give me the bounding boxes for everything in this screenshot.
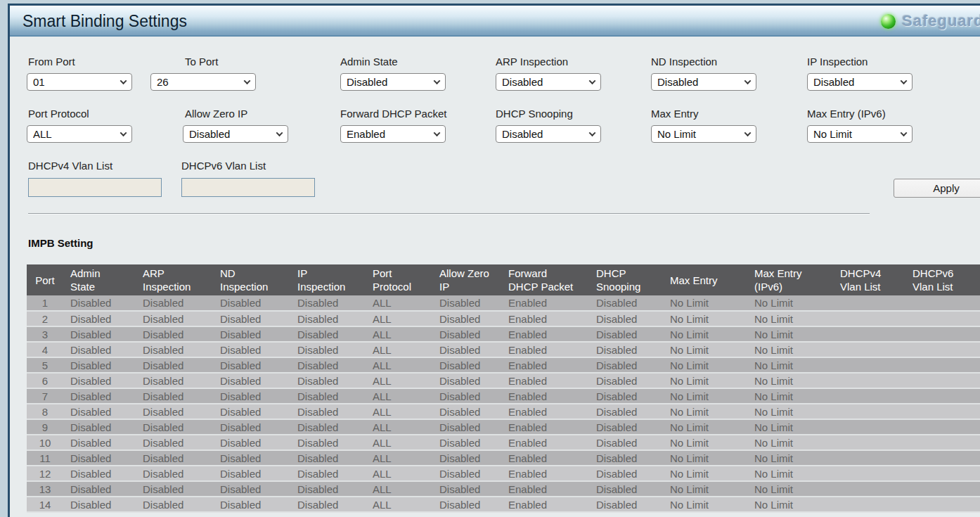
cell: No Limit xyxy=(663,450,747,466)
cell: No Limit xyxy=(747,342,833,357)
cell: Disabled xyxy=(432,326,501,342)
cell: 5 xyxy=(27,357,63,373)
cell: No Limit xyxy=(663,326,747,342)
cell: Disabled xyxy=(290,404,366,419)
cell: No Limit xyxy=(747,497,833,512)
cell: ALL xyxy=(366,435,432,450)
cell: No Limit xyxy=(747,419,833,435)
cell: Disabled xyxy=(589,326,663,342)
cell: Disabled xyxy=(589,419,663,435)
cell: Enabled xyxy=(501,481,589,497)
nd-inspection-select[interactable]: Disabled xyxy=(651,73,756,91)
cell: No Limit xyxy=(663,481,747,497)
table-row: 3DisabledDisabledDisabledDisabledALLDisa… xyxy=(27,326,980,342)
chevron-down-icon xyxy=(589,129,596,136)
selected-value: Disabled xyxy=(347,76,432,88)
admin-state-select[interactable]: Disabled xyxy=(340,73,446,91)
cell: Enabled xyxy=(501,295,589,311)
cell: Disabled xyxy=(432,481,501,497)
cell xyxy=(833,326,905,342)
field-label-admin-state: Admin State xyxy=(340,56,398,68)
cell: Disabled xyxy=(589,481,663,497)
page-title: Smart Binding Settings xyxy=(22,6,187,36)
cell: Disabled xyxy=(290,342,366,357)
cell: ALL xyxy=(366,342,432,357)
cell: ALL xyxy=(366,481,432,497)
cell: Disabled xyxy=(290,357,366,373)
forward-dhcp-packet-select[interactable]: Enabled xyxy=(340,125,446,143)
cell: Disabled xyxy=(432,295,501,311)
cell: Disabled xyxy=(136,450,213,466)
field-label-dhcp-snooping: DHCP Snooping xyxy=(496,108,573,120)
ip-inspection-select[interactable]: Disabled xyxy=(807,73,913,91)
field-label-port-protocol: Port Protocol xyxy=(28,108,89,120)
cell: No Limit xyxy=(663,311,747,326)
cell: Disabled xyxy=(63,326,136,342)
field-label-arp-inspection: ARP Inspection xyxy=(496,56,568,68)
cell: Disabled xyxy=(213,342,290,357)
cell: Disabled xyxy=(432,466,501,481)
max-entry-select[interactable]: No Limit xyxy=(651,125,756,143)
cell: 12 xyxy=(27,466,63,481)
cell: Enabled xyxy=(501,342,589,357)
cell xyxy=(833,311,905,326)
selected-value: Disabled xyxy=(502,76,587,88)
cell: Enabled xyxy=(501,373,589,388)
cell: No Limit xyxy=(747,373,833,388)
cell xyxy=(833,404,905,419)
arp-inspection-select[interactable]: Disabled xyxy=(496,73,601,91)
apply-button[interactable]: Apply xyxy=(894,179,980,198)
cell xyxy=(905,481,980,497)
cell: 14 xyxy=(27,497,63,512)
cell: Disabled xyxy=(63,357,136,373)
cell: Disabled xyxy=(589,435,663,450)
column-header-port-protocol: PortProtocol xyxy=(366,264,432,295)
from-port-select[interactable]: 01 xyxy=(27,73,132,91)
dhcpv4-vlan-list-input[interactable] xyxy=(28,178,162,197)
cell: Disabled xyxy=(213,388,290,404)
cell: Disabled xyxy=(213,466,290,481)
selected-value: Enabled xyxy=(347,128,432,140)
cell: Disabled xyxy=(290,326,366,342)
max-entry-ipv6-select[interactable]: No Limit xyxy=(807,125,913,143)
cell: ALL xyxy=(366,466,432,481)
cell: Disabled xyxy=(213,404,290,419)
field-label-nd-inspection: ND Inspection xyxy=(651,56,717,68)
chevron-down-icon xyxy=(276,129,283,136)
cell: Disabled xyxy=(589,404,663,419)
cell: Disabled xyxy=(432,419,501,435)
cell xyxy=(833,450,905,466)
safeguard-logo-text: Safeguard xyxy=(902,12,980,30)
cell xyxy=(833,388,905,404)
chevron-down-icon xyxy=(120,77,127,84)
cell: Enabled xyxy=(501,419,589,435)
cell xyxy=(833,357,905,373)
cell: Disabled xyxy=(136,435,213,450)
dhcp-snooping-select[interactable]: Disabled xyxy=(496,125,601,143)
cell: Disabled xyxy=(589,497,663,512)
cell: No Limit xyxy=(747,311,833,326)
to-port-select[interactable]: 26 xyxy=(150,73,256,91)
impb-setting-title: IMPB Setting xyxy=(28,237,94,249)
cell xyxy=(833,481,905,497)
cell: Disabled xyxy=(136,481,213,497)
cell: Disabled xyxy=(63,404,136,419)
chevron-down-icon xyxy=(901,129,908,136)
column-header-dhcpv4-vlan-list: DHCPv4Vlan List xyxy=(833,264,905,295)
cell xyxy=(833,373,905,388)
allow-zero-ip-select[interactable]: Disabled xyxy=(183,125,288,143)
dhcpv6-vlan-list-input[interactable] xyxy=(181,178,315,197)
cell: Disabled xyxy=(136,404,213,419)
port-protocol-select[interactable]: ALL xyxy=(27,125,132,143)
cell: Disabled xyxy=(63,373,136,388)
cell: No Limit xyxy=(747,326,833,342)
cell: Disabled xyxy=(432,404,501,419)
cell: Enabled xyxy=(501,404,589,419)
cell: Disabled xyxy=(63,481,136,497)
selected-value: ALL xyxy=(33,128,118,140)
cell: No Limit xyxy=(747,481,833,497)
cell: No Limit xyxy=(663,466,747,481)
selected-value: 01 xyxy=(33,76,118,88)
table-row: 9DisabledDisabledDisabledDisabledALLDisa… xyxy=(27,419,980,435)
cell: No Limit xyxy=(747,388,833,404)
